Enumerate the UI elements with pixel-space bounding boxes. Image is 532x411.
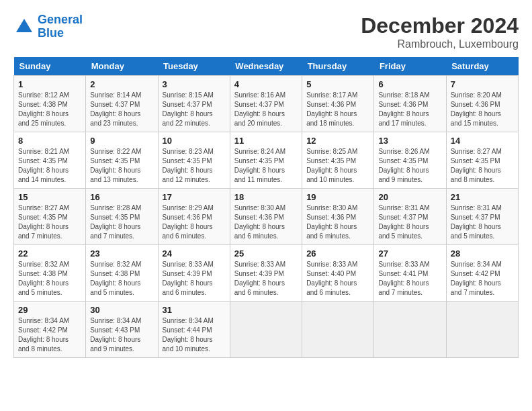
- day-number: 26: [306, 248, 369, 259]
- day-number: 17: [163, 192, 226, 202]
- day-info: Sunrise: 8:34 AM Sunset: 4:44 PM Dayligh…: [163, 316, 226, 354]
- day-number: 4: [234, 79, 298, 89]
- table-row: 22Sunrise: 8:32 AM Sunset: 4:38 PM Dayli…: [14, 245, 86, 302]
- day-info: Sunrise: 8:14 AM Sunset: 4:37 PM Dayligh…: [90, 91, 153, 128]
- table-row: 27Sunrise: 8:33 AM Sunset: 4:41 PM Dayli…: [374, 245, 446, 302]
- table-row: 4Sunrise: 8:16 AM Sunset: 4:37 PM Daylig…: [230, 76, 302, 132]
- logo: General Blue: [13, 13, 83, 40]
- day-number: 30: [90, 305, 153, 315]
- table-row: 3Sunrise: 8:15 AM Sunset: 4:37 PM Daylig…: [158, 76, 230, 132]
- day-info: Sunrise: 8:18 AM Sunset: 4:36 PM Dayligh…: [378, 91, 441, 128]
- table-row: 21Sunrise: 8:31 AM Sunset: 4:37 PM Dayli…: [446, 189, 518, 245]
- day-info: Sunrise: 8:34 AM Sunset: 4:42 PM Dayligh…: [18, 316, 81, 354]
- svg-marker-0: [16, 19, 32, 32]
- calendar-title: December 2024: [361, 13, 519, 38]
- day-number: 14: [451, 136, 514, 146]
- day-info: Sunrise: 8:27 AM Sunset: 4:35 PM Dayligh…: [18, 203, 81, 241]
- day-info: Sunrise: 8:32 AM Sunset: 4:38 PM Dayligh…: [18, 260, 81, 298]
- day-number: 6: [378, 79, 441, 89]
- day-number: 29: [18, 305, 81, 315]
- header-friday: Friday: [374, 57, 446, 76]
- day-info: Sunrise: 8:21 AM Sunset: 4:35 PM Dayligh…: [18, 147, 81, 185]
- table-row: 16Sunrise: 8:28 AM Sunset: 4:35 PM Dayli…: [86, 189, 158, 245]
- table-row: 23Sunrise: 8:32 AM Sunset: 4:38 PM Dayli…: [86, 245, 158, 302]
- table-row: 31Sunrise: 8:34 AM Sunset: 4:44 PM Dayli…: [158, 302, 230, 358]
- header-saturday: Saturday: [446, 57, 518, 76]
- table-row: 26Sunrise: 8:33 AM Sunset: 4:40 PM Dayli…: [302, 245, 374, 302]
- day-info: Sunrise: 8:31 AM Sunset: 4:37 PM Dayligh…: [378, 203, 441, 241]
- day-number: 19: [306, 192, 369, 202]
- table-row: 8Sunrise: 8:21 AM Sunset: 4:35 PM Daylig…: [14, 132, 86, 189]
- day-number: 11: [234, 136, 298, 146]
- day-number: 16: [90, 192, 153, 202]
- day-info: Sunrise: 8:32 AM Sunset: 4:38 PM Dayligh…: [90, 260, 153, 298]
- header-monday: Monday: [86, 57, 158, 76]
- calendar-week-row: 8Sunrise: 8:21 AM Sunset: 4:35 PM Daylig…: [14, 132, 519, 189]
- day-info: Sunrise: 8:27 AM Sunset: 4:35 PM Dayligh…: [451, 147, 514, 185]
- day-info: Sunrise: 8:30 AM Sunset: 4:36 PM Dayligh…: [234, 203, 298, 241]
- table-row: 10Sunrise: 8:23 AM Sunset: 4:35 PM Dayli…: [158, 132, 230, 189]
- title-area: December 2024 Rambrouch, Luxembourg: [361, 13, 519, 50]
- table-row: 11Sunrise: 8:24 AM Sunset: 4:35 PM Dayli…: [230, 132, 302, 189]
- day-number: 24: [163, 248, 226, 259]
- day-number: 13: [378, 136, 441, 146]
- header-tuesday: Tuesday: [158, 57, 230, 76]
- day-number: 25: [234, 248, 298, 259]
- day-info: Sunrise: 8:31 AM Sunset: 4:37 PM Dayligh…: [451, 203, 514, 241]
- day-info: Sunrise: 8:25 AM Sunset: 4:35 PM Dayligh…: [306, 147, 369, 185]
- day-info: Sunrise: 8:23 AM Sunset: 4:35 PM Dayligh…: [163, 147, 226, 185]
- table-row: 17Sunrise: 8:29 AM Sunset: 4:36 PM Dayli…: [158, 189, 230, 245]
- day-number: 7: [451, 79, 514, 89]
- day-number: 28: [451, 248, 514, 259]
- table-row: 7Sunrise: 8:20 AM Sunset: 4:36 PM Daylig…: [446, 76, 518, 132]
- day-info: Sunrise: 8:29 AM Sunset: 4:36 PM Dayligh…: [163, 203, 226, 241]
- day-number: 1: [18, 79, 81, 89]
- table-row: 12Sunrise: 8:25 AM Sunset: 4:35 PM Dayli…: [302, 132, 374, 189]
- logo-icon: [13, 16, 35, 38]
- day-number: 3: [163, 79, 226, 89]
- logo-line2: Blue: [38, 26, 64, 40]
- table-row: 6Sunrise: 8:18 AM Sunset: 4:36 PM Daylig…: [374, 76, 446, 132]
- day-info: Sunrise: 8:33 AM Sunset: 4:39 PM Dayligh…: [163, 260, 226, 298]
- day-number: 22: [18, 248, 81, 259]
- day-number: 20: [378, 192, 441, 202]
- table-row: [230, 302, 302, 358]
- day-info: Sunrise: 8:33 AM Sunset: 4:41 PM Dayligh…: [378, 260, 441, 298]
- calendar-table: Sunday Monday Tuesday Wednesday Thursday…: [13, 57, 519, 358]
- day-number: 8: [18, 136, 81, 146]
- day-number: 27: [378, 248, 441, 259]
- day-info: Sunrise: 8:17 AM Sunset: 4:36 PM Dayligh…: [306, 91, 369, 128]
- day-info: Sunrise: 8:33 AM Sunset: 4:40 PM Dayligh…: [306, 260, 369, 298]
- day-info: Sunrise: 8:20 AM Sunset: 4:36 PM Dayligh…: [451, 91, 514, 128]
- table-row: 20Sunrise: 8:31 AM Sunset: 4:37 PM Dayli…: [374, 189, 446, 245]
- table-row: 9Sunrise: 8:22 AM Sunset: 4:35 PM Daylig…: [86, 132, 158, 189]
- header-sunday: Sunday: [14, 57, 86, 76]
- table-row: 24Sunrise: 8:33 AM Sunset: 4:39 PM Dayli…: [158, 245, 230, 302]
- table-row: 25Sunrise: 8:33 AM Sunset: 4:39 PM Dayli…: [230, 245, 302, 302]
- day-info: Sunrise: 8:24 AM Sunset: 4:35 PM Dayligh…: [234, 147, 298, 185]
- day-info: Sunrise: 8:34 AM Sunset: 4:42 PM Dayligh…: [451, 260, 514, 298]
- table-row: 19Sunrise: 8:30 AM Sunset: 4:36 PM Dayli…: [302, 189, 374, 245]
- header: General Blue December 2024 Rambrouch, Lu…: [13, 13, 519, 50]
- day-info: Sunrise: 8:22 AM Sunset: 4:35 PM Dayligh…: [90, 147, 153, 185]
- table-row: 14Sunrise: 8:27 AM Sunset: 4:35 PM Dayli…: [446, 132, 518, 189]
- day-number: 15: [18, 192, 81, 202]
- calendar-week-row: 15Sunrise: 8:27 AM Sunset: 4:35 PM Dayli…: [14, 189, 519, 245]
- calendar-subtitle: Rambrouch, Luxembourg: [361, 38, 519, 50]
- day-number: 5: [306, 79, 369, 89]
- table-row: [374, 302, 446, 358]
- table-row: 18Sunrise: 8:30 AM Sunset: 4:36 PM Dayli…: [230, 189, 302, 245]
- table-row: 29Sunrise: 8:34 AM Sunset: 4:42 PM Dayli…: [14, 302, 86, 358]
- day-info: Sunrise: 8:15 AM Sunset: 4:37 PM Dayligh…: [163, 91, 226, 128]
- logo-text: General Blue: [38, 13, 83, 40]
- day-number: 12: [306, 136, 369, 146]
- day-number: 23: [90, 248, 153, 259]
- day-info: Sunrise: 8:34 AM Sunset: 4:43 PM Dayligh…: [90, 316, 153, 354]
- day-number: 10: [163, 136, 226, 146]
- table-row: [446, 302, 518, 358]
- table-row: 13Sunrise: 8:26 AM Sunset: 4:35 PM Dayli…: [374, 132, 446, 189]
- calendar-week-row: 29Sunrise: 8:34 AM Sunset: 4:42 PM Dayli…: [14, 302, 519, 358]
- table-row: 5Sunrise: 8:17 AM Sunset: 4:36 PM Daylig…: [302, 76, 374, 132]
- table-row: 2Sunrise: 8:14 AM Sunset: 4:37 PM Daylig…: [86, 76, 158, 132]
- calendar-week-row: 22Sunrise: 8:32 AM Sunset: 4:38 PM Dayli…: [14, 245, 519, 302]
